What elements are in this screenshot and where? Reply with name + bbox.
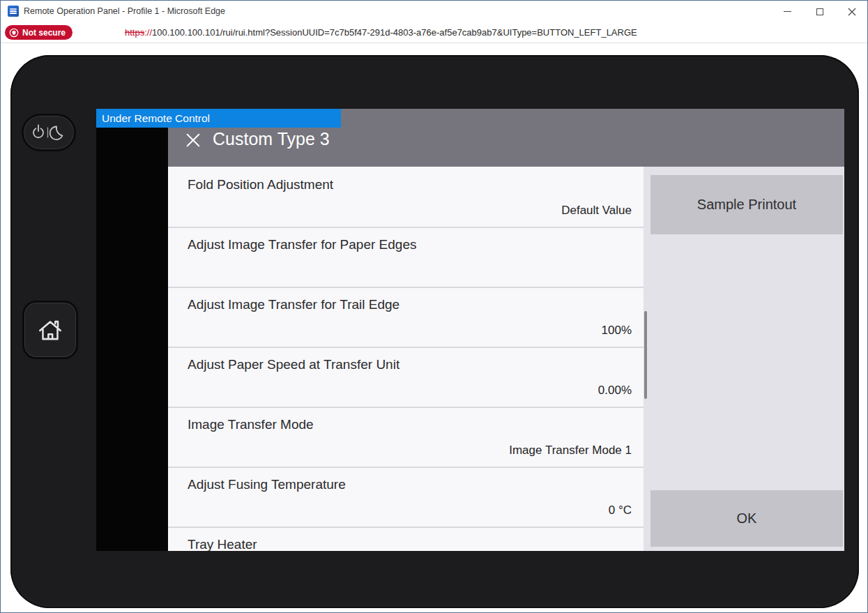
close-settings-button[interactable] <box>183 130 204 151</box>
window-titlebar: Remote Operation Panel - Profile 1 - Mic… <box>1 1 867 22</box>
ok-button[interactable]: OK <box>650 490 843 547</box>
close-x-icon <box>185 132 201 149</box>
power-sleep-icon <box>31 123 67 142</box>
remote-control-banner: Under Remote Control <box>96 109 341 128</box>
minimize-icon <box>784 11 791 13</box>
sidebar <box>96 109 168 551</box>
settings-list: Fold Position Adjustment Default Value A… <box>168 168 644 551</box>
touchscreen: Under Remote Control Custom Type 3 Log O… <box>96 109 844 551</box>
page-title: Custom Type 3 <box>213 129 330 149</box>
setting-label: Adjust Paper Speed at Transfer Unit <box>188 357 399 372</box>
setting-value: Image Transfer Mode 1 <box>509 444 632 457</box>
setting-label: Tray Heater <box>188 537 257 551</box>
setting-value: 0.00% <box>598 384 632 398</box>
action-panel: Sample Printout OK <box>644 167 844 551</box>
setting-row-fusing-temperature[interactable]: Adjust Fusing Temperature 0 °C <box>168 468 644 528</box>
url-text[interactable]: https://100.100.100.101/rui/rui.html?Ses… <box>125 27 637 38</box>
setting-row-transfer-trail-edge[interactable]: Adjust Image Transfer for Trail Edge 100… <box>168 288 644 348</box>
list-scrollbar-thumb[interactable] <box>644 311 647 399</box>
browser-window: Remote Operation Panel - Profile 1 - Mic… <box>0 0 868 613</box>
home-icon <box>36 315 65 345</box>
minimize-button[interactable] <box>772 1 803 22</box>
shield-icon <box>9 28 19 38</box>
not-secure-label: Not secure <box>22 28 66 38</box>
setting-label: Adjust Image Transfer for Trail Edge <box>188 297 399 312</box>
url-scheme: https <box>125 27 144 38</box>
maximize-icon <box>816 8 823 15</box>
not-secure-badge[interactable]: Not secure <box>5 25 73 40</box>
setting-row-paper-speed[interactable]: Adjust Paper Speed at Transfer Unit 0.00… <box>168 348 644 408</box>
window-title: Remote Operation Panel - Profile 1 - Mic… <box>24 6 225 16</box>
home-button[interactable] <box>22 301 78 359</box>
setting-label: Adjust Fusing Temperature <box>188 477 346 492</box>
setting-row-image-transfer-mode[interactable]: Image Transfer Mode Image Transfer Mode … <box>168 408 644 468</box>
maximize-button[interactable] <box>804 1 835 22</box>
address-bar[interactable]: Not secure https://100.100.100.101/rui/r… <box>1 22 867 43</box>
setting-label: Fold Position Adjustment <box>188 177 333 192</box>
setting-value: 100% <box>602 324 632 338</box>
setting-value: 0 °C <box>609 504 632 517</box>
setting-label: Adjust Image Transfer for Paper Edges <box>188 237 416 252</box>
setting-value: Default Value <box>561 204 632 218</box>
app-icon <box>8 6 19 17</box>
close-icon <box>848 8 856 16</box>
setting-row-tray-heater[interactable]: Tray Heater <box>168 528 644 551</box>
setting-row-fold-position[interactable]: Fold Position Adjustment Default Value <box>168 168 644 228</box>
setting-label: Image Transfer Mode <box>188 417 314 432</box>
setting-row-transfer-paper-edges[interactable]: Adjust Image Transfer for Paper Edges <box>168 228 644 288</box>
url-path: 100.100.100.101/rui/rui.html?SessionUUID… <box>152 27 637 38</box>
close-window-button[interactable] <box>836 1 867 22</box>
power-sleep-button[interactable] <box>22 114 76 151</box>
sample-printout-button[interactable]: Sample Printout <box>650 175 843 234</box>
